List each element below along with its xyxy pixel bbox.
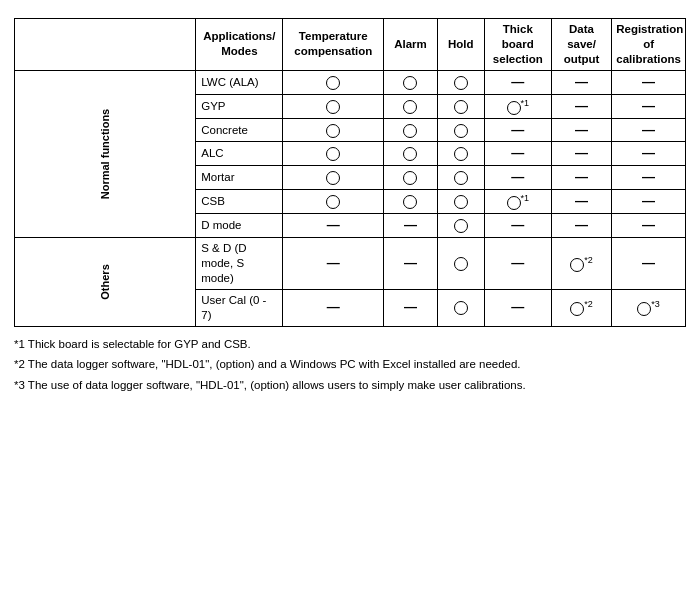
- row-name: S & D (D mode, S mode): [196, 238, 283, 290]
- row-name: GYP: [196, 94, 283, 118]
- table-cell: [283, 70, 384, 94]
- table-row: Normal functionsLWC (ALA)———: [15, 70, 686, 94]
- table-cell: [384, 166, 438, 190]
- table-cell: [437, 166, 484, 190]
- table-cell: —: [612, 166, 686, 190]
- table-cell: *1: [484, 190, 551, 214]
- row-name: Concrete: [196, 118, 283, 142]
- table-cell: —: [612, 94, 686, 118]
- table-cell: —: [612, 190, 686, 214]
- table-cell: —: [612, 142, 686, 166]
- table-cell: —: [551, 70, 611, 94]
- row-name: D mode: [196, 214, 283, 238]
- table-cell: —: [612, 118, 686, 142]
- table-cell: [437, 94, 484, 118]
- table-cell: —: [484, 214, 551, 238]
- table-cell: [437, 238, 484, 290]
- header-section-label: [15, 19, 196, 71]
- header-data: Datasave/output: [551, 19, 611, 71]
- main-table: Applications/Modes Temperaturecompensati…: [14, 18, 686, 327]
- table-cell: [437, 190, 484, 214]
- table-cell: [283, 118, 384, 142]
- row-name: LWC (ALA): [196, 70, 283, 94]
- section-label: Normal functions: [15, 70, 196, 237]
- table-cell: *2: [551, 238, 611, 290]
- table-cell: —: [484, 238, 551, 290]
- table-cell: [437, 118, 484, 142]
- table-cell: [437, 289, 484, 326]
- table-cell: *3: [612, 289, 686, 326]
- table-cell: —: [612, 238, 686, 290]
- table-cell: —: [551, 190, 611, 214]
- table-cell: *2: [551, 289, 611, 326]
- section-label: Others: [15, 238, 196, 327]
- table-row: OthersS & D (D mode, S mode)———*2—: [15, 238, 686, 290]
- table-cell: [283, 166, 384, 190]
- footnote-1: *1 Thick board is selectable for GYP and…: [14, 335, 686, 353]
- table-cell: [437, 142, 484, 166]
- row-name: User Cal (0 - 7): [196, 289, 283, 326]
- table-cell: —: [283, 214, 384, 238]
- table-cell: [437, 214, 484, 238]
- table-cell: [384, 142, 438, 166]
- table-cell: [384, 94, 438, 118]
- table-cell: [283, 94, 384, 118]
- table-cell: —: [551, 94, 611, 118]
- table-cell: —: [283, 238, 384, 290]
- header-thick: Thickboardselection: [484, 19, 551, 71]
- table-cell: —: [384, 238, 438, 290]
- table-cell: [283, 190, 384, 214]
- footnote-2: *2 The data logger software, "HDL-01", (…: [14, 355, 686, 373]
- table-cell: [283, 142, 384, 166]
- table-cell: —: [612, 214, 686, 238]
- table-cell: —: [484, 118, 551, 142]
- table-cell: —: [384, 214, 438, 238]
- header-temp: Temperaturecompensation: [283, 19, 384, 71]
- table-cell: —: [551, 142, 611, 166]
- table-cell: [384, 190, 438, 214]
- table-cell: —: [283, 289, 384, 326]
- table-cell: —: [551, 214, 611, 238]
- row-name: ALC: [196, 142, 283, 166]
- table-cell: —: [484, 289, 551, 326]
- header-apps: Applications/Modes: [196, 19, 283, 71]
- table-cell: —: [384, 289, 438, 326]
- header-hold: Hold: [437, 19, 484, 71]
- table-cell: —: [551, 166, 611, 190]
- header-alarm: Alarm: [384, 19, 438, 71]
- row-name: CSB: [196, 190, 283, 214]
- table-cell: —: [484, 70, 551, 94]
- table-cell: [384, 118, 438, 142]
- footnotes-section: *1 Thick board is selectable for GYP and…: [14, 335, 686, 394]
- table-cell: —: [484, 166, 551, 190]
- footnote-3: *3 The use of data logger software, "HDL…: [14, 376, 686, 394]
- table-cell: —: [551, 118, 611, 142]
- header-reg: Registrationofcalibrations: [612, 19, 686, 71]
- row-name: Mortar: [196, 166, 283, 190]
- table-cell: —: [484, 142, 551, 166]
- table-cell: [437, 70, 484, 94]
- table-cell: [384, 70, 438, 94]
- table-cell: *1: [484, 94, 551, 118]
- table-cell: —: [612, 70, 686, 94]
